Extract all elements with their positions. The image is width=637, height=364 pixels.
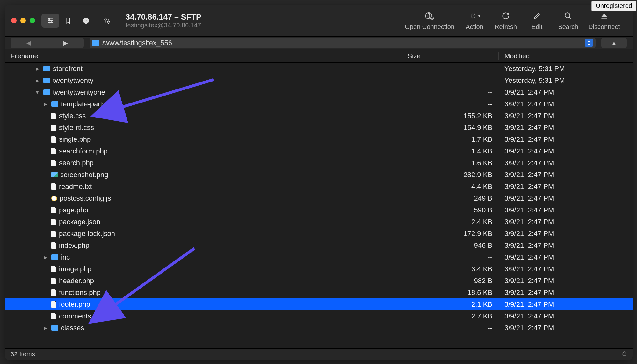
file-icon	[51, 242, 56, 249]
file-modified: 3/9/21, 2:47 PM	[499, 218, 633, 226]
file-row[interactable]: page.php590 B3/9/21, 2:47 PM	[5, 204, 633, 216]
folder-icon	[92, 40, 99, 46]
minimize-button[interactable]	[20, 18, 26, 23]
file-modified: 3/9/21, 2:47 PM	[499, 182, 633, 191]
open-connection-button[interactable]: Open Connection	[405, 11, 454, 31]
disclosure-triangle[interactable]: ▶	[42, 102, 49, 107]
titlebar: 34.70.86.147 – SFTP testingsitex@34.70.8…	[5, 5, 633, 37]
file-row[interactable]: package-lock.json172.9 KB3/9/21, 2:47 PM	[5, 228, 633, 239]
back-button[interactable]: ◀	[11, 38, 47, 48]
file-size: --	[403, 76, 499, 85]
file-modified: 3/9/21, 2:47 PM	[499, 88, 633, 96]
go-up-button[interactable]: ▲	[601, 38, 627, 48]
file-row[interactable]: readme.txt4.4 KB3/9/21, 2:47 PM	[5, 181, 633, 192]
file-size: --	[403, 65, 499, 73]
file-size: 154.9 KB	[403, 124, 499, 132]
maximize-button[interactable]	[30, 18, 35, 23]
file-size: 1.4 KB	[403, 147, 499, 155]
action-button[interactable]: ▾ Action	[463, 11, 486, 31]
file-name: package-lock.json	[59, 230, 115, 238]
edit-button[interactable]: Edit	[526, 11, 548, 31]
close-button[interactable]	[11, 18, 17, 23]
file-row[interactable]: comments.php2.7 KB3/9/21, 2:47 PM	[5, 310, 633, 322]
file-row[interactable]: header.php982 B3/9/21, 2:47 PM	[5, 275, 633, 287]
file-size: 249 B	[403, 194, 499, 203]
file-name: twentytwentyone	[53, 88, 105, 96]
path-selector[interactable]: /www/testingsitex_556	[90, 38, 596, 48]
file-icon	[51, 136, 56, 143]
file-modified: 3/9/21, 2:47 PM	[499, 312, 633, 320]
folder-icon	[43, 89, 50, 95]
folder-icon	[43, 66, 50, 71]
folder-icon	[51, 325, 58, 331]
file-row[interactable]: footer.php2.1 KB3/9/21, 2:47 PM	[5, 298, 633, 310]
file-size: 155.2 KB	[403, 112, 499, 120]
file-icon	[51, 183, 56, 190]
disclosure-triangle[interactable]: ▶	[42, 325, 49, 331]
settings-icon[interactable]	[41, 14, 59, 28]
file-row[interactable]: ▶storefront--Yesterday, 5:31 PM	[5, 63, 633, 75]
file-size: 982 B	[403, 277, 499, 285]
path-dropdown-icon[interactable]	[585, 39, 593, 47]
file-name: page.php	[59, 206, 88, 214]
statusbar: 62 Items	[5, 348, 633, 360]
file-modified: Yesterday, 5:31 PM	[499, 65, 633, 73]
file-row[interactable]: ▶inc--3/9/21, 2:47 PM	[5, 251, 633, 263]
file-modified: 3/9/21, 2:47 PM	[499, 147, 633, 155]
file-modified: 3/9/21, 2:47 PM	[499, 230, 633, 238]
file-row[interactable]: ▶twentytwenty--Yesterday, 5:31 PM	[5, 75, 633, 86]
file-row[interactable]: searchform.php1.4 KB3/9/21, 2:47 PM	[5, 145, 633, 157]
file-name: single.php	[59, 135, 91, 144]
file-size: 282.9 KB	[403, 171, 499, 179]
file-size: 3.4 KB	[403, 265, 499, 273]
header-modified[interactable]: Modified	[499, 52, 633, 60]
connection-host: 34.70.86.147 – SFTP	[126, 12, 201, 22]
transfers-icon[interactable]	[98, 14, 116, 28]
file-icon	[51, 219, 56, 225]
disclosure-triangle[interactable]: ▶	[34, 66, 41, 71]
file-modified: 3/9/21, 2:47 PM	[499, 324, 633, 332]
file-listing[interactable]: ▶storefront--Yesterday, 5:31 PM▶twentytw…	[5, 63, 633, 348]
file-icon	[51, 313, 56, 319]
file-size: 590 B	[403, 206, 499, 214]
file-row[interactable]: index.php946 B3/9/21, 2:47 PM	[5, 239, 633, 251]
forward-button[interactable]: ▶	[47, 38, 84, 48]
file-modified: 3/9/21, 2:47 PM	[499, 171, 633, 179]
file-row[interactable]: search.php1.6 KB3/9/21, 2:47 PM	[5, 157, 633, 169]
file-row[interactable]: postcss.config.js249 B3/9/21, 2:47 PM	[5, 192, 633, 204]
file-row[interactable]: single.php1.7 KB3/9/21, 2:47 PM	[5, 133, 633, 145]
file-row[interactable]: screenshot.png282.9 KB3/9/21, 2:47 PM	[5, 169, 633, 181]
file-size: 4.4 KB	[403, 182, 499, 191]
disclosure-triangle[interactable]: ▼	[34, 90, 41, 95]
file-row[interactable]: style-rtl.css154.9 KB3/9/21, 2:47 PM	[5, 122, 633, 133]
app-window: 34.70.86.147 – SFTP testingsitex@34.70.8…	[5, 5, 633, 360]
file-row[interactable]: ▶classes--3/9/21, 2:47 PM	[5, 322, 633, 334]
file-icon	[51, 125, 56, 131]
file-row[interactable]: style.css155.2 KB3/9/21, 2:47 PM	[5, 110, 633, 122]
header-filename[interactable]: Filename	[5, 52, 403, 60]
disclosure-triangle[interactable]: ▶	[42, 255, 49, 260]
file-icon	[51, 113, 56, 119]
refresh-button[interactable]: Refresh	[495, 11, 517, 31]
file-row[interactable]: functions.php18.6 KB3/9/21, 2:47 PM	[5, 287, 633, 298]
file-row[interactable]: ▶template-parts--3/9/21, 2:47 PM	[5, 98, 633, 110]
file-modified: 3/9/21, 2:47 PM	[499, 135, 633, 144]
disclosure-triangle[interactable]: ▶	[34, 78, 41, 83]
file-size: --	[403, 88, 499, 96]
header-size[interactable]: Size	[403, 52, 499, 60]
search-button[interactable]: Search	[557, 11, 579, 31]
refresh-icon	[501, 11, 510, 21]
disconnect-button[interactable]: Disconnect	[588, 11, 620, 31]
file-size: --	[403, 324, 499, 332]
file-size: --	[403, 100, 499, 108]
file-row[interactable]: ▼twentytwentyone--3/9/21, 2:47 PM	[5, 86, 633, 98]
file-modified: 3/9/21, 2:47 PM	[499, 241, 633, 250]
history-icon[interactable]	[77, 14, 95, 28]
file-icon	[51, 148, 56, 154]
bookmarks-icon[interactable]	[59, 14, 77, 28]
file-name: comments.php	[59, 312, 105, 320]
file-row[interactable]: package.json2.4 KB3/9/21, 2:47 PM	[5, 216, 633, 228]
file-row[interactable]: image.php3.4 KB3/9/21, 2:47 PM	[5, 263, 633, 275]
view-icons	[41, 5, 116, 36]
folder-icon	[51, 254, 58, 260]
